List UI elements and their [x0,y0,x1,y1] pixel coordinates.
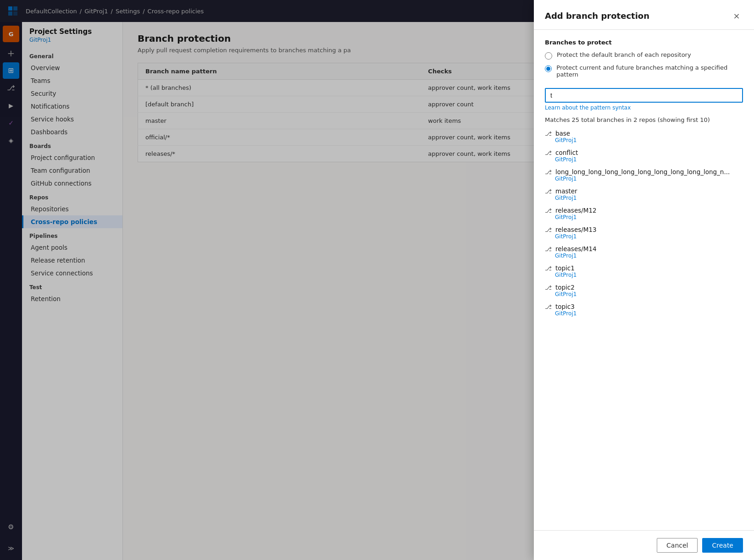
branch-name: ⎇ topic1 [545,264,743,272]
branch-list-item: ⎇ releases/M14 GitProj1 [545,245,743,259]
branch-name-label: topic1 [555,264,575,272]
branch-list-item: ⎇ topic1 GitProj1 [545,264,743,278]
branch-list-item: ⎇ master GitProj1 [545,187,743,201]
branch-repo[interactable]: GitProj1 [555,291,743,297]
branch-name: ⎇ master [545,187,743,195]
branch-name: ⎇ conflict [545,149,743,156]
branch-icon: ⎇ [545,246,552,253]
branch-repo[interactable]: GitProj1 [555,137,743,143]
radio-option-pattern[interactable]: Protect current and future branches matc… [545,64,743,78]
branch-list: ⎇ base GitProj1 ⎇ conflict GitProj1 ⎇ lo… [545,130,743,317]
branch-icon: ⎇ [545,188,552,195]
branch-icon: ⎇ [545,303,552,310]
branch-repo[interactable]: GitProj1 [555,195,743,201]
branch-name: ⎇ base [545,130,743,137]
branch-name-label: long_long_long_long_long_long_long_long_… [555,168,730,176]
modal-backdrop: Add branch protection × Branches to prot… [0,0,754,560]
branch-name-label: topic3 [555,303,575,310]
radio-default-input[interactable] [545,52,552,60]
branch-icon: ⎇ [545,226,552,233]
branch-repo[interactable]: GitProj1 [555,214,743,220]
branch-list-item: ⎇ conflict GitProj1 [545,149,743,163]
modal-header: Add branch protection × [534,0,754,30]
branch-icon: ⎇ [545,265,552,272]
branch-list-item: ⎇ topic3 GitProj1 [545,303,743,317]
branch-repo[interactable]: GitProj1 [555,233,743,240]
branches-to-protect-label: Branches to protect [545,39,743,46]
create-button[interactable]: Create [702,538,743,553]
branch-repo[interactable]: GitProj1 [555,310,743,317]
modal-footer: Cancel Create [534,530,754,560]
branch-name: ⎇ topic2 [545,284,743,291]
branch-name-label: releases/M14 [555,245,597,253]
branch-name-label: conflict [555,149,578,156]
branch-icon: ⎇ [545,207,552,214]
branch-list-item: ⎇ base GitProj1 [545,130,743,143]
branch-list-item: ⎇ releases/M12 GitProj1 [545,207,743,220]
branch-icon: ⎇ [545,149,552,156]
modal-close-button[interactable]: × [730,9,743,22]
branch-list-item: ⎇ long_long_long_long_long_long_long_lon… [545,168,743,182]
branch-repo[interactable]: GitProj1 [555,253,743,259]
radio-pattern-label: Protect current and future branches matc… [556,64,743,78]
branch-list-item: ⎇ topic2 GitProj1 [545,284,743,297]
modal-title: Add branch protection [545,11,649,21]
branch-name: ⎇ long_long_long_long_long_long_long_lon… [545,168,743,176]
branch-icon: ⎇ [545,169,552,176]
branch-name-label: topic2 [555,284,575,291]
branch-icon: ⎇ [545,284,552,291]
branch-name: ⎇ topic3 [545,303,743,310]
branch-name: ⎇ releases/M14 [545,245,743,253]
pattern-input[interactable] [545,88,743,103]
modal-body: Branches to protect Protect the default … [534,30,754,530]
branch-name-label: master [555,187,577,195]
branch-name-label: base [555,130,570,137]
branch-repo[interactable]: GitProj1 [555,156,743,163]
branch-icon: ⎇ [545,130,552,137]
branch-name-label: releases/M12 [555,207,597,214]
radio-option-default[interactable]: Protect the default branch of each repos… [545,51,743,60]
branch-list-item: ⎇ releases/M13 GitProj1 [545,226,743,240]
modal-panel: Add branch protection × Branches to prot… [534,0,754,560]
match-info: Matches 25 total branches in 2 repos (sh… [545,116,743,123]
branch-name: ⎇ releases/M12 [545,207,743,214]
branch-name: ⎇ releases/M13 [545,226,743,233]
branch-repo[interactable]: GitProj1 [555,176,743,182]
radio-default-label: Protect the default branch of each repos… [557,51,691,58]
branch-repo[interactable]: GitProj1 [555,272,743,278]
learn-link[interactable]: Learn about the pattern syntax [545,104,743,111]
cancel-button[interactable]: Cancel [657,538,698,553]
branch-name-label: releases/M13 [555,226,597,233]
radio-pattern-input[interactable] [545,65,552,72]
